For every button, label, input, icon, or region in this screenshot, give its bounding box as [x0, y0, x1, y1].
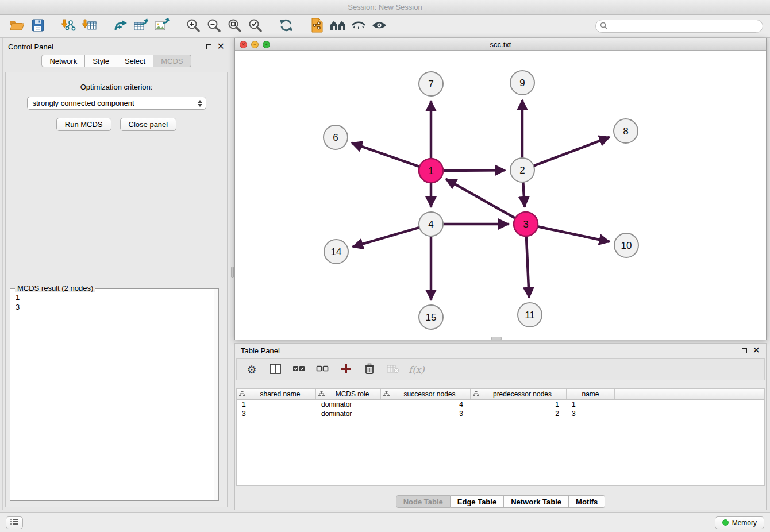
close-window-icon[interactable]: ✕	[240, 41, 247, 48]
cell-name[interactable]: 1	[567, 400, 615, 409]
window-titlebar[interactable]: Session: New Session	[0, 0, 770, 15]
column-header-successor-nodes[interactable]: successor nodes	[381, 389, 471, 399]
cell-shared_name[interactable]: 3	[237, 409, 316, 418]
delete-column-button[interactable]	[363, 362, 376, 377]
search-input[interactable]	[610, 22, 759, 30]
select-all-button[interactable]	[292, 362, 306, 377]
close-panel-icon[interactable]: ✕	[217, 44, 225, 49]
network-window-titlebar[interactable]: ✕ − + scc.txt	[235, 38, 766, 51]
network-graph[interactable]: 7968124314101511	[235, 51, 766, 340]
float-panel-icon[interactable]	[206, 44, 211, 49]
mcds-result-box: MCDS result (2 nodes) 13	[10, 288, 219, 501]
zoom-out-button[interactable]	[203, 17, 224, 36]
cell-successor[interactable]: 4	[381, 400, 471, 409]
graph-node-4[interactable]: 4	[419, 212, 443, 236]
graph-edge-1-2[interactable]	[443, 170, 505, 171]
import-network-button[interactable]	[59, 17, 79, 36]
status-bar: Memory	[0, 512, 770, 532]
splitter-grip[interactable]	[231, 267, 234, 278]
hide-graphics-details-button[interactable]	[348, 17, 369, 36]
result-scrollbar[interactable]	[214, 289, 218, 500]
import-table-button[interactable]	[79, 17, 100, 36]
graph-node-6[interactable]: 6	[324, 125, 348, 149]
graph-edge-3-1[interactable]	[446, 179, 515, 218]
cell-predecessor[interactable]: 1	[471, 400, 567, 409]
graph-node-11[interactable]: 11	[518, 303, 542, 327]
network-document-button[interactable]	[307, 17, 328, 36]
close-panel-button[interactable]: Close panel	[120, 118, 177, 131]
table-settings-button[interactable]: ⚙	[245, 362, 259, 377]
export-network-button[interactable]	[110, 17, 131, 36]
cell-mcds_role[interactable]: dominator	[316, 409, 381, 418]
mcds-result-title: MCDS result (2 nodes)	[15, 284, 95, 292]
panel-splitter[interactable]	[230, 38, 234, 340]
graph-node-1[interactable]: 1	[419, 159, 443, 183]
graph-node-3[interactable]: 3	[514, 212, 538, 236]
cell-successor[interactable]: 3	[381, 409, 471, 418]
graph-node-9[interactable]: 9	[510, 71, 534, 95]
graph-edge-4-14[interactable]	[353, 228, 419, 247]
tab-edge-table[interactable]: Edge Table	[451, 495, 504, 508]
delete-table-button[interactable]	[386, 362, 400, 377]
graph-edge-1-6[interactable]	[352, 143, 419, 167]
open-session-button[interactable]	[7, 17, 28, 36]
save-session-button[interactable]	[28, 17, 48, 36]
mcds-result-list[interactable]: 13	[10, 289, 218, 315]
close-table-panel-icon[interactable]: ✕	[753, 348, 760, 353]
table-row[interactable]: 1dominator411	[237, 400, 764, 409]
minimize-window-icon[interactable]: −	[251, 41, 259, 48]
unselect-all-button[interactable]	[315, 362, 329, 377]
toolbar-search[interactable]	[595, 20, 763, 33]
function-builder-button[interactable]: f(x)	[410, 362, 424, 377]
column-header-name[interactable]: name	[567, 389, 615, 399]
graph-edge-2-8[interactable]	[534, 137, 610, 166]
tab-motifs[interactable]: Motifs	[569, 495, 605, 508]
horizontal-splitter-grip[interactable]	[491, 337, 502, 340]
task-history-button[interactable]	[6, 516, 23, 529]
graph-node-15[interactable]: 15	[419, 305, 443, 329]
graph-node-14[interactable]: 14	[324, 240, 348, 264]
float-table-panel-icon[interactable]	[742, 348, 747, 353]
gear-icon: ⚙	[247, 363, 256, 376]
zoom-fit-button[interactable]	[224, 17, 245, 36]
cell-predecessor[interactable]: 2	[471, 409, 567, 418]
cell-mcds_role[interactable]: dominator	[316, 400, 381, 409]
svg-text:3: 3	[523, 219, 528, 230]
graph-node-10[interactable]: 10	[614, 233, 638, 257]
graph-edge-3-10[interactable]	[538, 226, 610, 242]
export-table-button[interactable]	[131, 17, 152, 36]
column-header-shared-name[interactable]: shared name	[237, 389, 316, 399]
show-details-button[interactable]	[369, 17, 390, 36]
cell-name[interactable]: 3	[567, 409, 615, 418]
add-column-button[interactable]	[339, 362, 353, 377]
tab-select[interactable]: Select	[117, 55, 153, 67]
run-mcds-button[interactable]: Run MCDS	[56, 118, 111, 131]
toggle-column-button[interactable]	[268, 362, 282, 377]
maximize-window-icon[interactable]: +	[263, 41, 270, 48]
column-header-mcds-role[interactable]: MCDS role	[316, 389, 381, 399]
zoom-selected-button[interactable]	[245, 17, 265, 36]
network-canvas[interactable]: 7968124314101511	[235, 51, 766, 340]
graph-edge-3-11[interactable]	[526, 236, 529, 298]
node-table: shared name MCDS role successor nodes	[236, 388, 765, 486]
graph-node-8[interactable]: 8	[614, 119, 638, 143]
ndex-button[interactable]	[328, 17, 348, 36]
graph-edge-2-3[interactable]	[523, 182, 525, 207]
columns-icon	[270, 364, 281, 376]
graph-node-2[interactable]: 2	[510, 158, 534, 182]
apply-layout-button[interactable]	[276, 17, 297, 36]
cell-shared_name[interactable]: 1	[237, 400, 316, 409]
tab-network[interactable]: Network	[41, 55, 85, 67]
zoom-in-button[interactable]	[183, 17, 203, 36]
optimization-criterion-select[interactable]: strongly connected component	[27, 97, 206, 110]
column-sort-icon	[383, 390, 390, 398]
tab-style[interactable]: Style	[85, 55, 117, 67]
table-row[interactable]: 3dominator323	[237, 409, 764, 418]
tab-node-table[interactable]: Node Table	[396, 495, 451, 508]
tab-network-table[interactable]: Network Table	[504, 495, 569, 508]
export-image-button[interactable]	[152, 17, 172, 36]
column-header-predecessor-nodes[interactable]: predecessor nodes	[471, 389, 567, 399]
graph-node-7[interactable]: 7	[419, 72, 443, 96]
memory-button[interactable]: Memory	[715, 516, 764, 529]
tab-mcds[interactable]: MCDS	[153, 55, 191, 67]
